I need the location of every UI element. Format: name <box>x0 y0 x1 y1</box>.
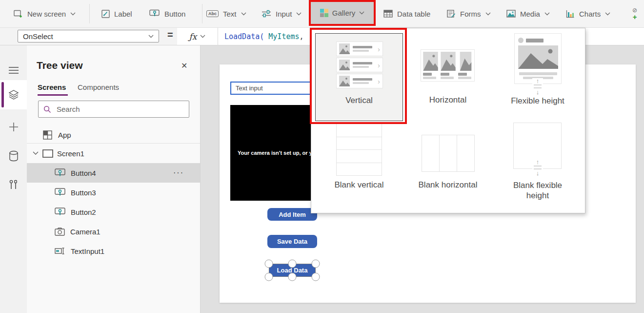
toolbar-label: Label <box>114 10 132 18</box>
toolbar-label: Charts <box>579 10 601 18</box>
tree-item-label: Button4 <box>71 169 96 177</box>
text-icon: Abc <box>206 10 219 17</box>
media-menu-button[interactable]: Media <box>506 0 550 27</box>
gallery-option-horizontal[interactable]: Horizontal <box>404 33 492 121</box>
advanced-tools-icon[interactable] <box>0 175 27 196</box>
gallery-row-preview: › <box>336 42 383 56</box>
horizontal-gallery-thumbnail <box>421 49 475 82</box>
gallery-option-label: Blank flexible height <box>493 180 583 201</box>
toolbar-label: Data table <box>397 10 430 18</box>
gallery-option-vertical[interactable]: › › › Vertical <box>315 33 403 121</box>
flexible-height-thumbnail <box>514 33 562 84</box>
powerapps-studio: New screen Label Button Abc Text <box>0 0 644 313</box>
hamburger-menu-icon[interactable] <box>0 60 27 81</box>
resize-handle[interactable] <box>312 273 320 281</box>
formula-argument: MyItems <box>264 32 299 41</box>
toolbar-label: New screen <box>27 10 66 18</box>
plus-icon: + <box>633 14 637 20</box>
gallery-option-label: Blank horizontal <box>404 180 492 190</box>
charts-menu-button[interactable]: Charts <box>566 0 610 27</box>
gallery-flyout: › › › Vertical <box>311 28 585 213</box>
tree-view-icon[interactable] <box>0 80 27 109</box>
camera-icon <box>55 228 65 236</box>
tree-item-button3[interactable]: Button3 <box>27 183 200 202</box>
close-icon[interactable]: ✕ <box>181 61 187 70</box>
property-selected: OnSelect <box>23 32 53 41</box>
gallery-option-label: Horizontal <box>404 95 492 105</box>
resize-handle[interactable] <box>288 273 297 281</box>
blank-vertical-thumbnail <box>336 124 382 175</box>
tree-item-camera1[interactable]: Camera1 <box>27 222 200 241</box>
active-rail-indicator <box>1 82 4 107</box>
resize-handle[interactable] <box>265 273 273 281</box>
data-table-button[interactable]: Data table <box>383 0 430 27</box>
tree-item-label: Button2 <box>71 208 96 216</box>
formula-function: LoadData( <box>224 32 264 41</box>
equals-sign: = <box>167 29 173 41</box>
panel-title: Tree view <box>37 60 83 71</box>
left-navigation-rail <box>0 45 27 313</box>
tree-item-button2[interactable]: Button2 <box>27 202 200 222</box>
chevron-expanded-icon[interactable] <box>33 151 39 155</box>
screen-icon <box>42 149 53 158</box>
tree-item-screen1[interactable]: Screen1 <box>27 144 200 163</box>
label-button[interactable]: Label <box>101 0 132 27</box>
gallery-option-blank-flexible-height[interactable]: ↑ ↓ Blank flexible height <box>493 121 583 211</box>
fx-dropdown[interactable]: ƒx <box>177 28 218 45</box>
gallery-option-blank-horizontal[interactable]: Blank horizontal <box>404 121 492 211</box>
media-icon <box>506 10 516 18</box>
toolbar-label: Gallery <box>332 9 356 17</box>
gallery-option-flexible-height[interactable]: ↑ ↓ Flexible height <box>493 33 583 121</box>
search-input[interactable] <box>56 104 175 114</box>
gallery-option-blank-vertical[interactable]: Blank vertical <box>315 121 403 211</box>
resize-arrows-icon: ↑ ↓ <box>532 78 543 95</box>
button-button[interactable]: Button <box>149 0 185 27</box>
text-input-icon <box>55 247 65 255</box>
button-label: Add Item <box>279 211 306 218</box>
formula-text[interactable]: LoadData( MyItems , <box>218 32 304 41</box>
tree-item-button4[interactable]: Button4 ··· <box>27 163 200 183</box>
tree-item-textinput1[interactable]: TextInput1 <box>27 241 200 261</box>
search-icon <box>43 105 51 113</box>
chevron-down-icon <box>241 12 246 16</box>
tree-item-label: TextInput1 <box>71 247 104 255</box>
property-dropdown[interactable]: OnSelect <box>18 30 159 42</box>
button-icon <box>55 208 65 216</box>
button-icon <box>149 9 160 19</box>
toolbar-label: Forms <box>460 10 481 18</box>
gallery-icon <box>320 9 328 17</box>
gallery-row-preview: › <box>336 74 383 88</box>
button-icon <box>55 168 65 177</box>
tab-components[interactable]: Components <box>78 83 119 91</box>
gallery-menu-button[interactable]: Gallery <box>310 0 374 25</box>
button-label: Save Data <box>277 238 307 245</box>
chevron-down-icon <box>148 35 154 38</box>
active-tab-underline <box>38 94 68 96</box>
tab-screens[interactable]: Screens <box>38 83 66 91</box>
custom-insert-button[interactable]: ⊘ + <box>632 0 637 27</box>
data-sources-icon[interactable] <box>0 146 27 167</box>
save-data-button-control[interactable]: Save Data <box>267 235 317 248</box>
resize-handle[interactable] <box>265 260 273 268</box>
input-menu-button[interactable]: Input <box>262 0 302 27</box>
toolbar-label: Media <box>520 10 540 18</box>
insert-toolbar: New screen Label Button Abc Text <box>0 0 644 28</box>
add-item-button-control[interactable]: Add Item <box>267 208 317 221</box>
formula-comma: , <box>300 32 304 41</box>
forms-menu-button[interactable]: Forms <box>447 0 491 27</box>
add-icon[interactable] <box>0 116 27 138</box>
gallery-option-label: Flexible height <box>493 96 583 106</box>
tree-item-app[interactable]: App <box>27 125 200 145</box>
new-screen-button[interactable]: New screen <box>14 0 76 27</box>
resize-handle[interactable] <box>312 260 320 268</box>
more-options-icon[interactable]: ··· <box>173 163 184 183</box>
chevron-down-icon <box>544 12 550 16</box>
chevron-down-icon <box>605 12 610 16</box>
resize-handle[interactable] <box>288 260 297 268</box>
chevron-down-icon <box>200 35 205 38</box>
search-box[interactable] <box>38 101 189 118</box>
vertical-gallery-thumbnail: › › › <box>336 42 383 90</box>
text-menu-button[interactable]: Abc Text <box>206 0 246 27</box>
chevron-down-icon <box>485 12 491 16</box>
chevron-right-icon: › <box>378 78 380 85</box>
